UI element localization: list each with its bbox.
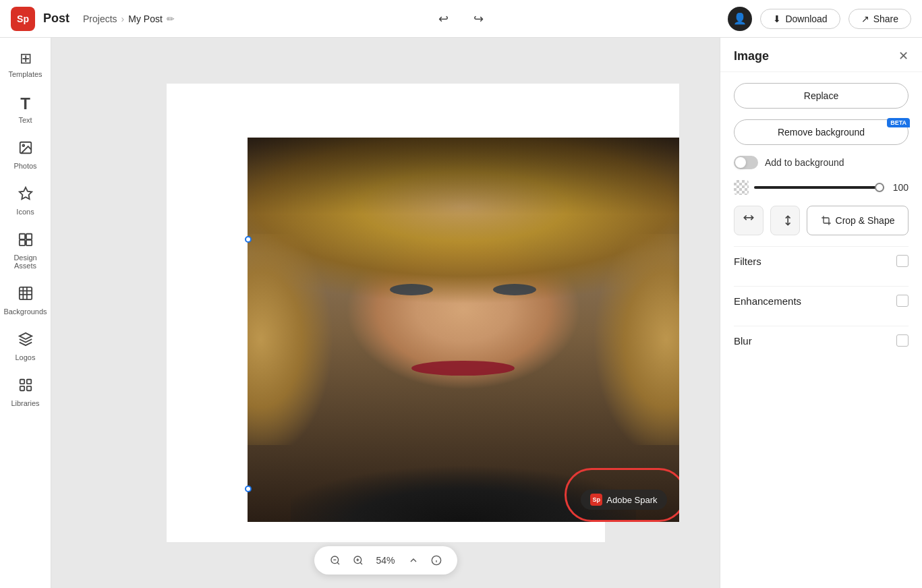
right-panel-header: Image ✕ xyxy=(720,38,922,72)
download-button[interactable]: ⬇ Download xyxy=(760,9,840,29)
sidebar-item-logos[interactable]: Logos xyxy=(3,325,49,368)
design-assets-icon xyxy=(18,232,33,251)
libraries-icon xyxy=(18,378,33,396)
blur-expand[interactable] xyxy=(896,334,909,347)
canvas-area[interactable]: Sp Adobe Spark xyxy=(51,38,720,588)
add-to-background-row: Add to background xyxy=(734,156,909,169)
panel-title: Image xyxy=(734,49,769,63)
svg-rect-3 xyxy=(19,234,24,239)
enhancements-label: Enhancements xyxy=(734,295,801,307)
watermark-logo: Sp xyxy=(590,494,602,506)
breadcrumb-projects[interactable]: Projects xyxy=(83,13,117,24)
text-icon: T xyxy=(20,94,30,113)
opacity-thumb xyxy=(875,183,884,192)
flip-horizontal-button[interactable] xyxy=(734,206,763,235)
filters-expand[interactable] xyxy=(896,255,909,267)
sidebar-item-libraries[interactable]: Libraries xyxy=(3,371,49,414)
panel-close-button[interactable]: ✕ xyxy=(898,49,909,63)
undo-button[interactable]: ↩ xyxy=(432,7,456,31)
zoom-out-button[interactable] xyxy=(324,550,345,570)
sidebar-item-text[interactable]: T Text xyxy=(3,88,49,131)
svg-rect-5 xyxy=(19,240,24,245)
app-logo: Sp xyxy=(11,7,35,31)
svg-line-27 xyxy=(337,562,339,564)
filters-label: Filters xyxy=(734,256,761,267)
action-row: Crop & Shape xyxy=(734,206,909,235)
photos-icon xyxy=(18,140,33,159)
app-name: Post xyxy=(43,11,69,26)
topbar-center-controls: ↩ ↪ xyxy=(432,7,491,31)
blur-section[interactable]: Blur xyxy=(734,326,909,355)
svg-rect-14 xyxy=(26,386,30,390)
canvas-top-white xyxy=(248,84,679,138)
svg-rect-15 xyxy=(20,386,24,390)
redo-button[interactable]: ↪ xyxy=(467,7,491,31)
svg-rect-12 xyxy=(20,380,24,384)
remove-bg-wrapper: Remove background BETA xyxy=(734,119,909,145)
breadcrumb-current: My Post xyxy=(128,13,163,24)
selection-handle-bl[interactable] xyxy=(245,486,252,492)
filters-section[interactable]: Filters xyxy=(734,246,909,275)
opacity-slider[interactable] xyxy=(754,186,884,189)
sidebar-item-design-assets[interactable]: Design Assets xyxy=(3,225,49,276)
edit-title-icon[interactable]: ✏ xyxy=(167,13,175,24)
svg-marker-2 xyxy=(19,187,31,199)
enhancements-section[interactable]: Enhancements xyxy=(734,286,909,315)
remove-background-button[interactable]: Remove background xyxy=(734,119,909,145)
zoom-fit-button[interactable] xyxy=(403,550,424,570)
right-panel: Image ✕ Replace Remove background BETA A… xyxy=(720,38,922,588)
opacity-row: 100 xyxy=(734,180,909,195)
canvas-wrapper: Sp Adobe Spark xyxy=(167,84,605,542)
left-sidebar: ⊞ Templates T Text Photos Icons xyxy=(0,38,51,588)
right-panel-body: Replace Remove background BETA Add to ba… xyxy=(720,72,922,365)
user-avatar[interactable]: 👤 xyxy=(728,7,752,31)
breadcrumb: Projects › My Post ✏ xyxy=(83,13,175,24)
enhancements-expand[interactable] xyxy=(896,295,909,307)
templates-icon: ⊞ xyxy=(20,50,32,67)
main-layout: ⊞ Templates T Text Photos Icons xyxy=(0,38,922,588)
svg-point-1 xyxy=(22,144,24,146)
canvas-toolbar: 54% xyxy=(314,546,457,575)
replace-button[interactable]: Replace xyxy=(734,83,909,109)
add-to-bg-toggle[interactable] xyxy=(734,156,758,169)
canvas-image[interactable]: Sp Adobe Spark xyxy=(248,138,679,522)
svg-rect-7 xyxy=(19,287,31,299)
backgrounds-icon xyxy=(18,286,33,305)
topbar-right: 👤 ⬇ Download ↗ Share xyxy=(728,7,911,31)
svg-line-30 xyxy=(360,562,362,564)
sidebar-item-photos[interactable]: Photos xyxy=(3,134,49,177)
share-button[interactable]: ↗ Share xyxy=(848,9,911,29)
zoom-in-button[interactable] xyxy=(347,550,368,570)
flip-vertical-button[interactable] xyxy=(770,206,800,235)
toggle-thumb xyxy=(735,157,746,168)
blur-label: Blur xyxy=(734,335,752,347)
add-to-bg-label: Add to background xyxy=(765,157,844,168)
selection-handle-tl[interactable] xyxy=(245,236,252,243)
topbar: Sp Post Projects › My Post ✏ ↩ ↪ 👤 ⬇ Dow… xyxy=(0,0,922,38)
opacity-value: 100 xyxy=(890,182,909,193)
svg-rect-4 xyxy=(26,234,31,239)
breadcrumb-separator: › xyxy=(121,13,125,24)
svg-rect-6 xyxy=(26,240,31,245)
crop-and-shape-button[interactable]: Crop & Shape xyxy=(807,206,909,235)
svg-rect-13 xyxy=(26,380,30,384)
sidebar-item-icons[interactable]: Icons xyxy=(3,179,49,223)
icons-icon xyxy=(18,186,33,205)
zoom-percentage: 54% xyxy=(370,555,400,566)
image-inner: Sp Adobe Spark xyxy=(248,138,679,522)
sidebar-item-templates[interactable]: ⊞ Templates xyxy=(3,43,49,85)
beta-badge: BETA xyxy=(887,118,910,127)
watermark: Sp Adobe Spark xyxy=(581,490,666,510)
canvas-info-button[interactable] xyxy=(426,550,446,570)
share-icon: ↗ xyxy=(861,13,869,24)
download-icon: ⬇ xyxy=(773,13,781,24)
sidebar-item-backgrounds[interactable]: Backgrounds xyxy=(3,279,49,322)
logos-icon xyxy=(18,332,33,351)
opacity-checker-icon xyxy=(734,180,749,195)
